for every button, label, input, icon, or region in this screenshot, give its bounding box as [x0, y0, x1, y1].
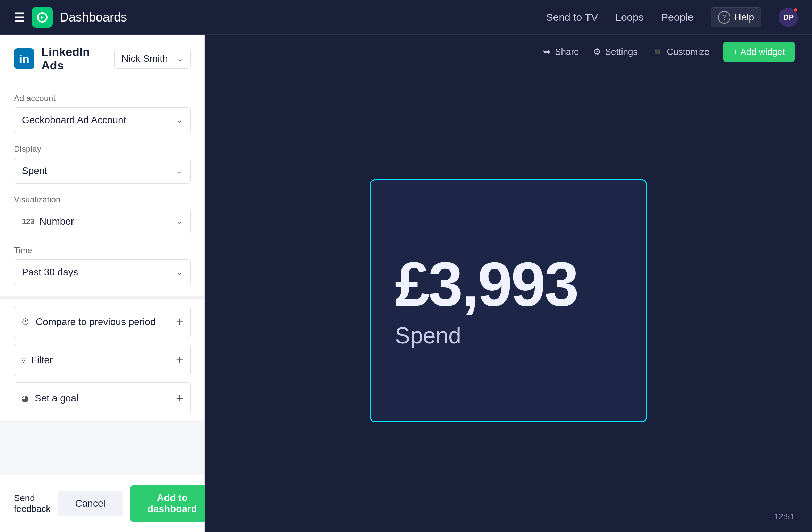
share-label: Share	[555, 47, 579, 57]
add-widget-button[interactable]: + Add widget	[723, 42, 795, 62]
hamburger-icon[interactable]: ☰	[14, 10, 25, 25]
ad-account-group: Ad account Geckoboard Ad Account ⌄	[14, 93, 191, 133]
chevron-down-icon: ⌄	[176, 268, 183, 277]
visualization-select-left: 123 Number	[22, 216, 74, 227]
ad-account-label: Ad account	[14, 93, 191, 103]
linkedin-logo: in	[14, 48, 34, 69]
share-icon: ➥	[543, 47, 551, 57]
panel-bottom: Send feedback Cancel Add to dashboard	[0, 475, 204, 532]
send-feedback-link[interactable]: Send feedback	[14, 493, 51, 514]
people-link[interactable]: People	[661, 11, 693, 23]
compare-period-left: ⏱ Compare to previous period	[21, 316, 156, 327]
ad-account-select[interactable]: Geckoboard Ad Account ⌄	[14, 107, 191, 133]
cancel-button[interactable]: Cancel	[58, 491, 123, 516]
loops-link[interactable]: Loops	[615, 11, 644, 23]
number-icon: 123	[22, 217, 35, 226]
customize-icon: ◾	[652, 47, 663, 57]
set-goal-left: ◕ Set a goal	[21, 393, 78, 404]
left-panel: in LinkedIn Ads Nick Smith ⌄ Ad account …	[0, 35, 205, 532]
compare-period-label: Compare to previous period	[36, 316, 156, 327]
send-to-tv-link[interactable]: Send to TV	[546, 11, 598, 23]
chevron-down-icon: ⌄	[176, 217, 183, 226]
goal-icon: ◕	[21, 393, 29, 404]
chevron-down-icon: ⌄	[177, 54, 183, 63]
visualization-value: Number	[40, 216, 74, 227]
linkedin-logo-wrap: in LinkedIn Ads	[14, 45, 114, 72]
set-goal-item[interactable]: ◕ Set a goal +	[14, 382, 191, 414]
chevron-down-icon: ⌄	[176, 166, 183, 175]
time-label: Time	[14, 246, 191, 255]
plus-icon: +	[176, 391, 183, 406]
expand-section: ⏱ Compare to previous period + ▿ Filter …	[0, 299, 204, 422]
widget-area: £3,993 Spend	[205, 69, 812, 532]
customize-button[interactable]: ◾ Customize	[652, 47, 710, 57]
widget-value: £3,993	[395, 253, 622, 315]
navbar-left: ☰ Dashboards	[14, 7, 127, 28]
visualization-group: Visualization 123 Number ⌄	[14, 195, 191, 234]
navbar-right: Send to TV Loops People ? Help DP	[546, 7, 798, 27]
timestamp: 12:51	[774, 512, 795, 522]
form-section: Ad account Geckoboard Ad Account ⌄ Displ…	[0, 83, 204, 299]
main-content: in LinkedIn Ads Nick Smith ⌄ Ad account …	[0, 35, 812, 532]
geckoboard-logo	[32, 7, 53, 28]
visualization-select[interactable]: 123 Number ⌄	[14, 209, 191, 234]
navbar: ☰ Dashboards Send to TV Loops People ? H…	[0, 0, 812, 35]
filter-left: ▿ Filter	[21, 355, 53, 366]
set-goal-label: Set a goal	[35, 393, 78, 404]
settings-button[interactable]: ⚙ Settings	[593, 47, 638, 57]
plus-icon: +	[176, 315, 183, 329]
sub-toolbar: ➥ Share ⚙ Settings ◾ Customize + Add wid…	[205, 35, 812, 69]
question-icon: ?	[718, 11, 730, 24]
time-group: Time Past 30 days ⌄	[14, 246, 191, 285]
filter-item[interactable]: ▿ Filter +	[14, 344, 191, 376]
right-panel: ➥ Share ⚙ Settings ◾ Customize + Add wid…	[205, 35, 812, 532]
compare-period-item[interactable]: ⏱ Compare to previous period +	[14, 306, 191, 338]
widget-card: £3,993 Spend	[370, 179, 647, 422]
user-dropdown[interactable]: Nick Smith ⌄	[114, 49, 191, 69]
chevron-down-icon: ⌄	[176, 116, 183, 125]
time-select[interactable]: Past 30 days ⌄	[14, 259, 191, 285]
add-dashboard-button[interactable]: Add to dashboard	[130, 485, 214, 522]
avatar[interactable]: DP	[779, 8, 798, 27]
gear-icon: ⚙	[593, 47, 601, 57]
settings-label: Settings	[605, 47, 638, 57]
customize-label: Customize	[667, 47, 710, 57]
notification-dot	[793, 8, 798, 13]
panel-header: in LinkedIn Ads Nick Smith ⌄	[0, 35, 204, 83]
help-button[interactable]: ? Help	[711, 7, 761, 27]
filter-label: Filter	[31, 355, 53, 366]
display-label: Display	[14, 144, 191, 154]
ad-account-value: Geckoboard Ad Account	[22, 115, 126, 126]
help-label: Help	[734, 12, 754, 23]
widget-label: Spend	[395, 322, 622, 349]
navbar-title: Dashboards	[60, 10, 127, 25]
time-value: Past 30 days	[22, 267, 78, 278]
filter-icon: ▿	[21, 355, 26, 366]
share-button[interactable]: ➥ Share	[543, 47, 579, 57]
panel-title: LinkedIn Ads	[41, 45, 114, 72]
visualization-label: Visualization	[14, 195, 191, 205]
plus-icon: +	[176, 353, 183, 367]
display-group: Display Spent ⌄	[14, 144, 191, 184]
clock-icon: ⏱	[21, 317, 30, 327]
user-dropdown-value: Nick Smith	[121, 53, 168, 64]
avatar-initials: DP	[783, 13, 794, 22]
display-select[interactable]: Spent ⌄	[14, 158, 191, 184]
display-value: Spent	[22, 165, 47, 176]
